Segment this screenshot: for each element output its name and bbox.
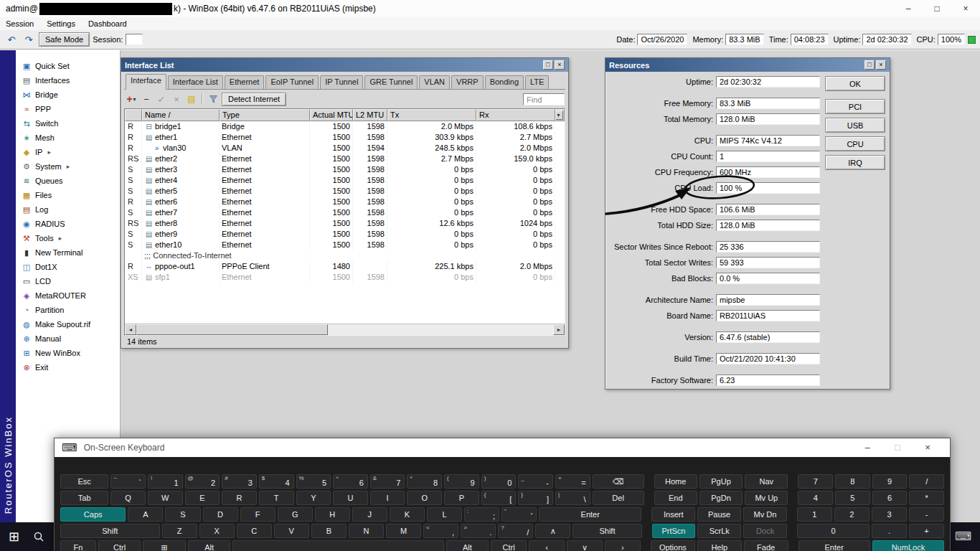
sidebar-item-exit[interactable]: ⊗Exit: [16, 360, 120, 375]
table-row[interactable]: R▤ether1Ethernet15001598303.9 kbps2.7 Mb…: [125, 132, 565, 143]
key-period[interactable]: >.: [461, 524, 496, 538]
column-header-actual-mtu[interactable]: Actual MTU: [310, 109, 353, 121]
menu-session[interactable]: Session: [6, 19, 34, 28]
key-numpad-6[interactable]: 6: [872, 491, 908, 505]
scroll-left-icon[interactable]: ◄: [125, 324, 136, 335]
tab-interface-list[interactable]: Interface List: [168, 75, 223, 89]
key-backslash[interactable]: |\: [555, 491, 590, 505]
resources-close-icon[interactable]: ×: [876, 60, 886, 70]
table-row[interactable]: R⊟bridge1Bridge150015982.0 Mbps108.6 kbp…: [125, 121, 565, 132]
table-row[interactable]: S▤ether3Ethernet150015980 bps0 bps: [125, 164, 565, 175]
key-numpad-7[interactable]: 7: [798, 474, 833, 489]
key-x[interactable]: X: [199, 524, 235, 538]
sidebar-item-tools[interactable]: ⚒Tools▸: [16, 231, 120, 245]
key-b[interactable]: B: [311, 524, 347, 538]
key-alt[interactable]: Alt: [446, 540, 489, 551]
start-button[interactable]: ⊞: [9, 522, 19, 551]
sidebar-item-dot1x[interactable]: ◫Dot1X: [16, 260, 120, 274]
interface-close-icon[interactable]: ×: [555, 60, 565, 70]
key-numpad-multiply[interactable]: *: [909, 491, 944, 505]
key-f[interactable]: F: [240, 507, 275, 522]
key-numlock[interactable]: NumLock: [872, 540, 944, 551]
key-equals[interactable]: +=: [555, 474, 590, 489]
key-3[interactable]: #3: [222, 474, 257, 489]
resources-pci-button[interactable]: PCI: [825, 99, 885, 114]
undo-button[interactable]: ↶: [4, 33, 19, 46]
osk-minimize-button[interactable]: –: [852, 438, 882, 457]
key-ctrl[interactable]: Ctrl: [98, 540, 141, 551]
column-header-name[interactable]: Name /: [142, 109, 220, 121]
key-win[interactable]: ⊞: [143, 540, 186, 551]
key-backspace[interactable]: ⌫: [593, 474, 644, 489]
key-pgup[interactable]: PgUp: [699, 474, 743, 489]
key-t[interactable]: T: [259, 491, 294, 505]
resources-cpu-button[interactable]: CPU: [825, 136, 885, 151]
key-4[interactable]: $4: [259, 474, 294, 489]
table-row[interactable]: R⇔pppoe-out1PPPoE Client1480225.1 kbps2.…: [125, 261, 565, 272]
key-enter[interactable]: Enter: [539, 507, 641, 522]
key-comma[interactable]: <,: [423, 524, 458, 538]
key-bracket-close[interactable]: }]: [518, 491, 553, 505]
column-header-type[interactable]: Type: [220, 109, 310, 121]
key-arrow-down[interactable]: ∨: [567, 540, 603, 551]
sidebar-item-lcd[interactable]: ▭LCD: [16, 274, 120, 288]
key-2[interactable]: @2: [185, 474, 220, 489]
key-quote[interactable]: "': [501, 507, 537, 522]
tab-vrrp[interactable]: VRRP: [451, 75, 484, 89]
search-icon[interactable]: [33, 531, 44, 544]
key-mv-dn[interactable]: Mv Dn: [743, 507, 787, 522]
table-row[interactable]: R»vlan30VLAN15001594248.5 kbps2.0 Mbps: [125, 143, 565, 154]
key-numpad-4[interactable]: 4: [798, 491, 833, 505]
tab-lte[interactable]: LTE: [525, 75, 549, 89]
filter-button[interactable]: [207, 93, 220, 105]
minimize-button[interactable]: –: [894, 0, 923, 17]
sidebar-item-mesh[interactable]: ∗Mesh: [16, 131, 120, 145]
resources-restore-icon[interactable]: □: [864, 60, 875, 70]
key-0[interactable]: )0: [481, 474, 517, 489]
sidebar-item-make-supout-rif[interactable]: ◍Make Supout.rif: [16, 317, 120, 331]
key-j[interactable]: J: [352, 507, 387, 522]
key-6[interactable]: ^6: [333, 474, 368, 489]
key-prtscn[interactable]: PrtScn: [652, 524, 696, 538]
comment-row[interactable]: ;;; Connected-To-Internet: [125, 250, 565, 261]
key-w[interactable]: W: [148, 491, 183, 505]
maximize-button[interactable]: □: [923, 0, 951, 17]
key-numpad-5[interactable]: 5: [835, 491, 870, 505]
key-del[interactable]: Del: [593, 491, 644, 505]
sidebar-item-manual[interactable]: ⊕Manual: [16, 331, 120, 346]
table-row[interactable]: S▤ether7Ethernet150015980 bps0 bps: [125, 207, 565, 218]
disable-button[interactable]: ×: [170, 93, 183, 105]
scroll-right-icon[interactable]: ►: [553, 324, 565, 335]
remove-button[interactable]: −: [140, 93, 153, 105]
table-row[interactable]: XS▤sfp1Ethernet150015980 bps0 bps: [125, 272, 565, 283]
key-nav[interactable]: Nav: [745, 474, 788, 489]
key-9[interactable]: (9: [444, 474, 479, 489]
key-o[interactable]: O: [407, 491, 442, 505]
key-esc[interactable]: Esc: [60, 474, 108, 489]
interface-restore-icon[interactable]: □: [543, 60, 553, 70]
key-z[interactable]: Z: [162, 524, 197, 538]
sidebar-item-ppp[interactable]: ≈PPP: [16, 102, 120, 116]
safe-mode-button[interactable]: Safe Mode: [39, 32, 90, 47]
key-s[interactable]: S: [165, 507, 200, 522]
sidebar-item-system[interactable]: ⚙System▸: [16, 159, 120, 174]
key-dock[interactable]: Dock: [743, 524, 787, 538]
key-alt[interactable]: Alt: [188, 540, 231, 551]
sidebar-item-new-terminal[interactable]: ▮New Terminal: [16, 245, 120, 260]
osk-titlebar[interactable]: ⌨ On-Screen Keyboard – □ ×: [55, 438, 950, 457]
menu-settings[interactable]: Settings: [47, 19, 75, 28]
key-numpad-1[interactable]: 1: [797, 507, 832, 522]
tab-interface[interactable]: Interface: [126, 74, 166, 90]
key-home[interactable]: Home: [654, 474, 697, 489]
table-row[interactable]: R▤ether6Ethernet150015980 bps0 bps: [125, 197, 565, 207]
key-numpad-minus[interactable]: -: [909, 507, 944, 522]
key-slash[interactable]: ?/: [498, 524, 533, 538]
tray-keyboard-icon[interactable]: ⌨: [955, 522, 971, 551]
sidebar-item-radius[interactable]: ◉RADIUS: [16, 217, 120, 231]
key-options[interactable]: Options: [651, 540, 695, 551]
tab-vlan[interactable]: VLAN: [419, 75, 450, 89]
key-v[interactable]: V: [274, 524, 309, 538]
resources-usb-button[interactable]: USB: [825, 118, 885, 133]
tab-ip-tunnel[interactable]: IP Tunnel: [320, 75, 363, 89]
key-numpad-enter[interactable]: Enter: [798, 540, 870, 551]
